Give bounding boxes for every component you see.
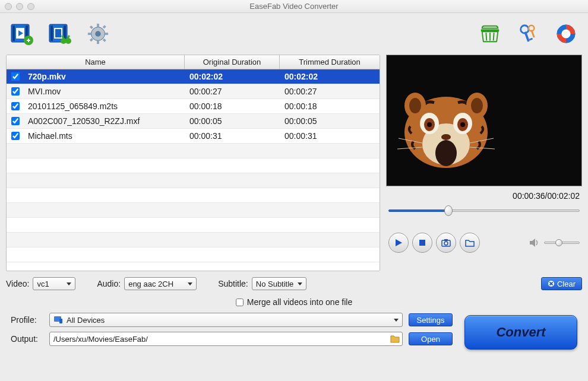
file-trimmed-duration: 00:00:31 (280, 131, 380, 141)
toolbar (0, 13, 588, 55)
svg-rect-26 (90, 38, 93, 42)
file-row[interactable]: MVI.mov00:00:2700:00:27 (7, 84, 380, 99)
svg-marker-56 (396, 239, 402, 246)
file-trimmed-duration: 00:00:05 (280, 116, 380, 126)
video-track-select[interactable]: vc1 (33, 277, 75, 290)
svg-point-46 (460, 122, 465, 127)
svg-rect-24 (103, 39, 106, 42)
file-row[interactable]: 720p.mkv00:02:0200:02:02 (7, 69, 380, 84)
column-name[interactable]: Name (7, 55, 185, 69)
file-checkbox[interactable] (11, 132, 20, 140)
file-checkbox[interactable] (11, 72, 20, 81)
profile-settings-button[interactable]: Settings (409, 313, 453, 326)
open-output-button[interactable]: Open (409, 332, 453, 345)
file-row[interactable]: 20101125_065849.m2ts00:00:1800:00:18 (7, 99, 380, 114)
svg-rect-57 (419, 240, 425, 246)
device-icon (53, 316, 63, 324)
svg-point-60 (444, 242, 448, 245)
add-video-button[interactable] (9, 21, 35, 47)
settings-gear-button[interactable] (85, 21, 111, 47)
help-button[interactable] (553, 21, 579, 47)
svg-point-40 (435, 140, 457, 166)
svg-point-18 (95, 31, 101, 37)
svg-rect-9 (50, 26, 53, 41)
volume-slider[interactable] (544, 242, 580, 244)
file-name: Michael.mts (24, 131, 185, 141)
register-key-button[interactable] (515, 21, 541, 47)
purchase-button[interactable] (477, 21, 503, 47)
svg-point-49 (409, 98, 421, 113)
subtitle-track-label: Subtitle: (218, 279, 248, 288)
play-button[interactable] (388, 233, 409, 253)
file-trimmed-duration: 00:00:18 (280, 101, 380, 111)
profile-label: Profile: (11, 315, 43, 325)
titlebar: EaseFab Video Converter (0, 0, 588, 13)
file-original-duration: 00:02:02 (185, 72, 280, 81)
svg-point-51 (441, 134, 451, 140)
svg-rect-66 (59, 319, 62, 323)
preview-frame-image (387, 67, 505, 174)
column-trimmed-duration[interactable]: Trimmed Duration (280, 55, 380, 69)
svg-rect-25 (103, 25, 106, 28)
file-list: Name Original Duration Trimmed Duration … (6, 55, 380, 271)
svg-point-45 (427, 122, 432, 127)
file-checkbox[interactable] (11, 117, 20, 125)
svg-rect-19 (97, 24, 99, 27)
file-original-duration: 00:00:05 (185, 116, 280, 126)
profile-select[interactable]: All Devices (49, 313, 403, 327)
file-original-duration: 00:00:18 (185, 101, 280, 111)
file-original-duration: 00:00:27 (185, 87, 280, 96)
preview-timecode: 00:00:36/00:02:02 (386, 186, 582, 204)
svg-rect-12 (55, 29, 61, 37)
clear-button[interactable]: Clear (541, 277, 582, 290)
file-name: 20101125_065849.m2ts (24, 101, 185, 111)
snapshot-folder-button[interactable] (460, 233, 480, 253)
svg-rect-33 (529, 38, 533, 41)
file-row[interactable]: A002C007_120530_R2ZJ.mxf00:00:0500:00:05 (7, 114, 380, 129)
file-trimmed-duration: 00:02:02 (280, 72, 380, 81)
file-list-header: Name Original Duration Trimmed Duration (7, 55, 380, 69)
svg-point-37 (562, 30, 569, 37)
svg-rect-59 (444, 239, 448, 241)
edit-video-button[interactable] (47, 21, 73, 47)
preview-video[interactable] (386, 55, 582, 186)
file-row[interactable]: Michael.mts00:00:3100:00:31 (7, 129, 380, 144)
merge-checkbox[interactable] (236, 299, 244, 306)
file-name: 720p.mkv (24, 72, 185, 81)
svg-rect-21 (88, 33, 91, 35)
stop-button[interactable] (412, 233, 432, 253)
svg-rect-22 (105, 33, 108, 35)
output-label: Output: (11, 334, 43, 344)
video-track-label: Video: (6, 279, 29, 288)
audio-track-select[interactable]: eng aac 2CH (124, 277, 197, 290)
file-name: MVI.mov (24, 87, 185, 96)
file-trimmed-duration: 00:00:27 (280, 87, 380, 96)
file-original-duration: 00:00:31 (185, 131, 280, 141)
svg-line-30 (494, 33, 494, 40)
volume-icon[interactable] (529, 237, 540, 248)
svg-point-50 (471, 98, 483, 113)
convert-button[interactable]: Convert (464, 315, 577, 350)
subtitle-track-select[interactable]: No Subtitle (252, 277, 306, 290)
svg-marker-61 (530, 239, 535, 247)
file-name: A002C007_120530_R2ZJ.mxf (24, 116, 185, 126)
preview-seek-slider[interactable] (388, 204, 580, 216)
file-checkbox[interactable] (11, 87, 20, 96)
svg-rect-1 (12, 26, 15, 41)
file-checkbox[interactable] (11, 102, 20, 110)
audio-track-label: Audio: (97, 279, 121, 288)
svg-rect-7 (28, 39, 29, 42)
snapshot-button[interactable] (436, 233, 456, 253)
merge-label: Merge all videos into one file (247, 297, 352, 307)
svg-rect-23 (90, 26, 93, 29)
window-title: EaseFab Video Converter (0, 2, 588, 11)
column-original-duration[interactable]: Original Duration (185, 55, 280, 69)
svg-line-28 (486, 33, 486, 40)
folder-icon[interactable] (390, 335, 400, 343)
preview-panel: 00:00:36/00:02:02 (386, 55, 582, 271)
svg-rect-20 (97, 40, 99, 44)
output-path-field[interactable]: /Users/xu/Movies/EaseFab/ (49, 332, 403, 346)
